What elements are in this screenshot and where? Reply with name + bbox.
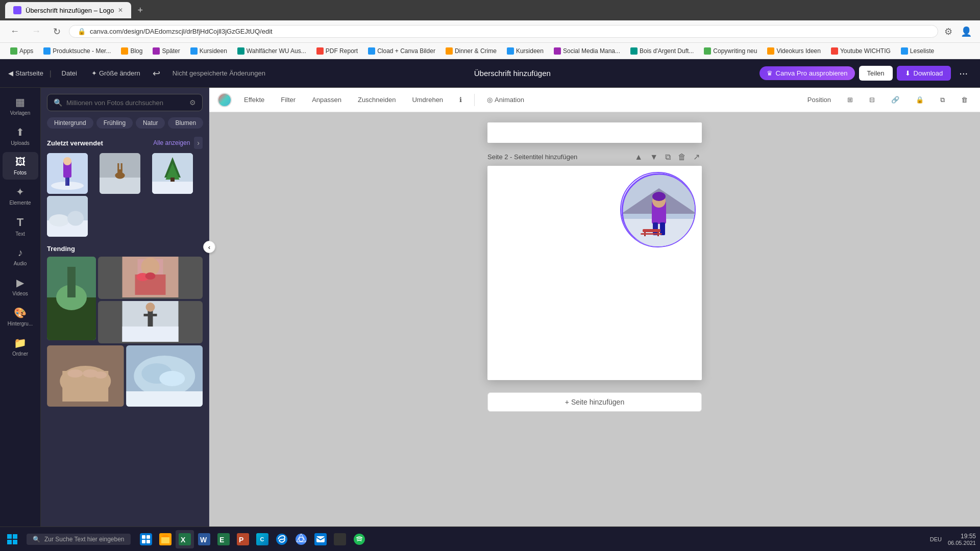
panel-collapse-btn[interactable]: ‹ bbox=[203, 241, 215, 253]
extensions-btn[interactable]: ⚙ bbox=[942, 24, 954, 39]
position-button[interactable]: Position bbox=[803, 94, 835, 106]
resize-button[interactable]: ✦ Größe ändern bbox=[87, 67, 144, 79]
taskbar-app-8[interactable] bbox=[311, 530, 330, 548]
bookmark-blog[interactable]: Blog bbox=[117, 46, 146, 56]
sidebar-item-fotos[interactable]: 🖼 Fotos bbox=[3, 152, 38, 180]
canvas-scroll[interactable]: ▲ ▼ ⧉ 🗑 ↗ bbox=[209, 112, 980, 529]
bookmark-pdf[interactable]: PDF Report bbox=[312, 46, 362, 56]
handle-top-left[interactable] bbox=[620, 172, 623, 175]
sidebar-item-videos[interactable]: ▶ Videos bbox=[3, 272, 38, 300]
bookmark-kursideen2[interactable]: Kursideen bbox=[503, 46, 548, 56]
add-page-button[interactable]: + Seite hinzufügen bbox=[487, 392, 702, 412]
taskbar-app-5[interactable]: C bbox=[253, 530, 272, 548]
trending-image-1[interactable] bbox=[47, 257, 96, 340]
windows-logo[interactable] bbox=[4, 531, 20, 547]
canva-pro-button[interactable]: ♛ Canva Pro ausprobieren bbox=[760, 66, 855, 80]
recent-image-4[interactable] bbox=[47, 196, 88, 237]
new-tab-btn[interactable]: + bbox=[137, 5, 143, 16]
handle-top-right[interactable] bbox=[693, 172, 696, 175]
animation-button[interactable]: ◎ Animation bbox=[483, 94, 528, 106]
taskbar-app-chrome[interactable] bbox=[292, 530, 310, 548]
browser-tab[interactable]: Überschrift hinzufügen – Logo ✕ bbox=[5, 2, 131, 18]
bookmark-leseliste[interactable]: Leseliste bbox=[897, 46, 938, 56]
sidebar-item-audio[interactable]: ♪ Audio bbox=[3, 243, 38, 270]
trending-image-5[interactable] bbox=[126, 345, 203, 407]
bookmark-bois[interactable]: Bois d'Argent Duft... bbox=[626, 46, 698, 56]
chip-fruehling[interactable]: Frühling bbox=[96, 117, 133, 129]
handle-bottom-left[interactable] bbox=[620, 244, 623, 247]
bookmark-video[interactable]: Videokurs Ideen bbox=[763, 46, 825, 56]
chips-more-btn[interactable]: › bbox=[206, 117, 209, 129]
filter-icon[interactable]: ⚙ bbox=[189, 98, 196, 107]
page-down-btn[interactable]: ▼ bbox=[648, 152, 660, 163]
sidebar-item-uploads[interactable]: ⬆ Uploads bbox=[3, 122, 38, 150]
taskbar-app-excel[interactable]: E bbox=[214, 530, 233, 548]
taskbar-app-ppt[interactable]: P bbox=[234, 530, 252, 548]
sidebar-item-elemente[interactable]: ✦ Elemente bbox=[3, 182, 38, 210]
home-button[interactable]: ◀ Startseite bbox=[8, 69, 43, 77]
more-options-button[interactable]: ··· bbox=[955, 65, 972, 81]
page-title-input[interactable] bbox=[487, 153, 628, 161]
user-profile-btn[interactable]: 👤 bbox=[959, 24, 974, 39]
download-button[interactable]: ⬇ Download bbox=[897, 66, 951, 81]
tab-close-btn[interactable]: ✕ bbox=[118, 7, 123, 14]
bookmark-apps[interactable]: Apps bbox=[6, 46, 37, 56]
sidebar-item-ordner[interactable]: 📁 Ordner bbox=[3, 333, 38, 361]
bookmark-social[interactable]: Social Media Mana... bbox=[550, 46, 624, 56]
recent-next-btn[interactable]: › bbox=[194, 137, 203, 149]
link-icon-btn[interactable]: 🔗 bbox=[887, 94, 903, 106]
search-box[interactable]: 🔍 ⚙ bbox=[47, 94, 203, 111]
copy-icon-btn[interactable]: ⧉ bbox=[936, 94, 949, 106]
recent-image-1[interactable] bbox=[47, 153, 88, 194]
taskbar-app-1[interactable] bbox=[137, 530, 155, 548]
search-input[interactable] bbox=[66, 99, 185, 107]
sidebar-item-hintergrund[interactable]: 🎨 Hintergru... bbox=[3, 303, 38, 331]
taskbar-app-spotify[interactable] bbox=[350, 530, 369, 548]
bookmark-youtube[interactable]: Youtube WICHTIG bbox=[827, 46, 895, 56]
page-duplicate-btn[interactable]: ⧉ bbox=[663, 152, 673, 163]
page-delete-btn[interactable]: 🗑 bbox=[676, 152, 688, 163]
chip-blumen[interactable]: Blumen bbox=[168, 117, 203, 129]
nav-forward-btn[interactable]: → bbox=[28, 24, 45, 39]
bookmark-produktsuche[interactable]: Produktsuche - Mer... bbox=[39, 46, 115, 56]
effects-button[interactable]: Effekte bbox=[240, 94, 268, 106]
bookmark-wahlfaecher[interactable]: Wahlfächer WU Aus... bbox=[233, 46, 310, 56]
adjust-button[interactable]: Anpassen bbox=[308, 94, 346, 106]
filter-button[interactable]: Filter bbox=[277, 94, 300, 106]
handle-bottom-right[interactable] bbox=[693, 244, 696, 247]
align-icon-btn[interactable]: ⊞ bbox=[843, 94, 857, 106]
sidebar-item-vorlagen[interactable]: ▦ Vorlagen bbox=[3, 92, 38, 120]
taskbar-app-word[interactable]: W bbox=[195, 530, 213, 548]
page-up-btn[interactable]: ▲ bbox=[632, 152, 645, 163]
trending-image-4[interactable] bbox=[47, 345, 124, 407]
bookmark-copy[interactable]: Copywriting neu bbox=[700, 46, 761, 56]
taskbar-search-box[interactable]: 🔍 Zur Suche Text hier eingeben bbox=[27, 534, 131, 545]
recent-image-3[interactable] bbox=[152, 153, 193, 194]
info-button[interactable]: ℹ bbox=[455, 94, 466, 106]
bookmark-spaeter[interactable]: Später bbox=[149, 46, 184, 56]
trending-image-3[interactable] bbox=[98, 301, 203, 343]
color-swatch[interactable] bbox=[217, 93, 232, 107]
bookmark-kursideen[interactable]: Kursideen bbox=[186, 46, 231, 56]
trash-icon-btn[interactable]: 🗑 bbox=[957, 94, 972, 106]
undo-button[interactable]: ↩ bbox=[151, 66, 162, 81]
lock-icon-btn[interactable]: 🔒 bbox=[912, 94, 928, 106]
alle-anzeigen-link[interactable]: Alle anzeigen bbox=[153, 139, 190, 146]
file-button[interactable]: Datei bbox=[58, 67, 81, 79]
taskbar-app-6[interactable] bbox=[273, 530, 291, 548]
taskbar-app-3[interactable]: X bbox=[176, 530, 194, 548]
grid-icon-btn[interactable]: ⊟ bbox=[865, 94, 879, 106]
sidebar-item-text[interactable]: T Text bbox=[3, 212, 38, 241]
canvas-circle-image[interactable] bbox=[620, 172, 696, 247]
flip-button[interactable]: Umdrehen bbox=[408, 94, 447, 106]
bookmark-dinner[interactable]: Dinner & Crime bbox=[442, 46, 501, 56]
page-export-btn[interactable]: ↗ bbox=[691, 151, 702, 163]
address-input[interactable] bbox=[90, 28, 929, 35]
chip-hintergrund[interactable]: Hintergrund bbox=[47, 117, 93, 129]
chip-natur[interactable]: Natur bbox=[136, 117, 165, 129]
page2-canvas[interactable] bbox=[487, 166, 702, 380]
recent-image-2[interactable] bbox=[100, 153, 140, 194]
bookmark-cload[interactable]: Cload + Canva Bilder bbox=[364, 46, 439, 56]
address-bar[interactable]: 🔒 bbox=[69, 25, 938, 38]
trending-image-2[interactable] bbox=[98, 257, 203, 299]
